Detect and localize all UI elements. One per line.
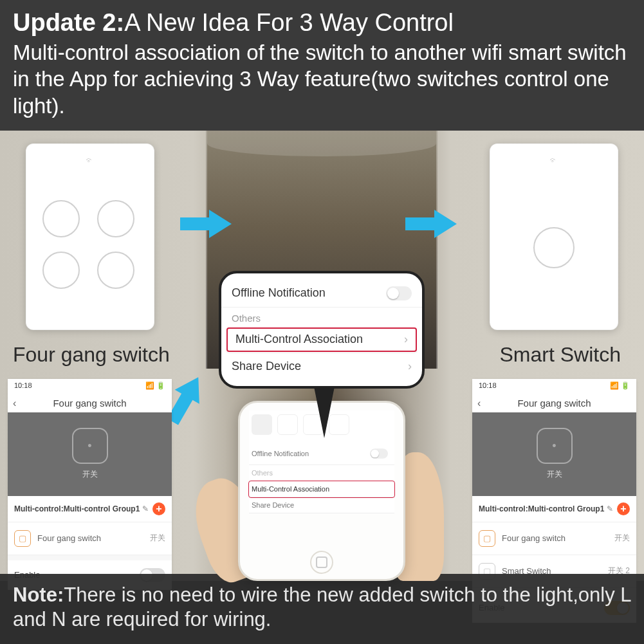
smart-switch-panel: ᯤ (490, 143, 618, 330)
mc-title: Multi-control:Multi-control Group1 (479, 504, 604, 513)
popup-share-row[interactable]: Share Device › (221, 353, 422, 380)
note-prefix: Note: (13, 584, 64, 606)
add-button[interactable]: + (152, 502, 165, 515)
pencil-icon[interactable]: ✎ (142, 504, 149, 513)
switch-icon[interactable] (537, 428, 573, 464)
wifi-icon: ᯤ (549, 155, 558, 165)
gang-button[interactable] (533, 227, 575, 268)
device-icon: ▢ (479, 530, 495, 547)
status-time: 10:18 (14, 382, 32, 390)
app-title: Four gang switch (53, 398, 126, 409)
switch-icon[interactable] (72, 428, 108, 464)
chevron-right-icon: › (408, 360, 412, 373)
gang-button[interactable] (97, 200, 134, 237)
device-name: Four gang switch (502, 533, 608, 543)
app-header: ‹ Four gang switch (8, 392, 172, 412)
google-assistant-icon[interactable] (277, 414, 298, 435)
phone-others-label: Others (249, 465, 394, 481)
smart-switch-label: Smart Switch (500, 343, 621, 367)
device-name: Four gang switch (37, 533, 143, 543)
popup-others-section: Others (221, 308, 422, 326)
alexa-icon[interactable] (252, 414, 272, 435)
mc-title: Multi-control:Multi-control Group1 (14, 504, 140, 513)
multi-control-header: Multi-control:Multi-control Group1✎ + (8, 496, 172, 522)
app-device-preview: 开关 (472, 412, 636, 496)
pencil-icon[interactable]: ✎ (607, 504, 613, 513)
gang-button[interactable] (42, 200, 80, 237)
toggle-icon[interactable] (386, 286, 412, 300)
four-gang-switch-panel: ᯤ (26, 143, 154, 330)
app-header: ‹ Four gang switch (472, 392, 636, 412)
title-prefix: Update 2: (13, 9, 124, 36)
app-device-preview: 开关 (8, 412, 172, 496)
gang-button[interactable] (42, 252, 80, 289)
phone-mca-row[interactable]: Multi-Control Association (249, 481, 394, 497)
phone-share-row[interactable]: Share Device (249, 497, 394, 513)
chevron-right-icon: › (404, 333, 408, 346)
status-bar: 10:18 📶 🔋 (8, 379, 172, 392)
single-gang (533, 165, 575, 330)
phone-settings-list: Offline Notification Others Multi-Contro… (249, 443, 394, 513)
popup-offline-label: Offline Notification (232, 286, 326, 300)
gang-buttons (26, 165, 154, 330)
device-sub: 开关 (150, 533, 165, 544)
header: Update 2:A New Idea For 3 Way Control Mu… (0, 0, 644, 131)
status-time: 10:18 (479, 382, 497, 390)
svg-marker-0 (180, 210, 232, 238)
app-title: Four gang switch (517, 398, 591, 409)
settings-popup: Offline Notification Others Multi-Contro… (219, 271, 425, 389)
signal-icon: 📶 🔋 (610, 382, 630, 390)
popup-offline-row[interactable]: Offline Notification (221, 280, 422, 308)
footer-note: Note:There is no need to wire the new ad… (0, 574, 644, 645)
wifi-icon: ᯤ (86, 155, 95, 165)
phone-offline-label: Offline Notification (252, 450, 309, 457)
phone-offline-row[interactable]: Offline Notification (249, 443, 394, 465)
back-icon[interactable]: ‹ (13, 398, 16, 409)
arrow-right-icon (405, 208, 457, 243)
device-row[interactable]: ▢ Four gang switch 开关 (472, 522, 636, 555)
signal-icon: 📶 🔋 (145, 382, 165, 390)
multi-control-header: Multi-control:Multi-control Group1✎ + (472, 496, 636, 522)
popup-mca-label: Multi-Control Association (235, 333, 363, 346)
device-sub: 开关 (614, 533, 630, 544)
switch-preview-label: 开关 (82, 469, 98, 480)
app-screenshot-left: 10:18 📶 🔋 ‹ Four gang switch 开关 Multi-co… (8, 379, 172, 590)
page-title: Update 2:A New Idea For 3 Way Control (13, 9, 631, 37)
status-bar: 10:18 📶 🔋 (472, 379, 636, 392)
device-icon: ▢ (14, 530, 31, 547)
four-gang-label: Four gang switch (13, 343, 170, 367)
device-row[interactable]: ▢ Four gang switch 开关 (8, 522, 172, 555)
popup-mca-row[interactable]: Multi-Control Association › (225, 326, 418, 353)
add-button[interactable]: + (617, 502, 630, 515)
popup-pointer-icon (314, 387, 335, 438)
page-description: Multi-control association of the switch … (13, 39, 631, 119)
toggle-icon[interactable] (370, 448, 388, 458)
popup-share-label: Share Device (232, 360, 301, 373)
back-icon[interactable]: ‹ (477, 398, 481, 409)
arrow-right-icon (180, 208, 232, 243)
title-rest: A New Idea For 3 Way Control (124, 9, 454, 36)
switch-preview-label: 开关 (547, 469, 562, 480)
note-text: There is no need to wire the new added s… (13, 584, 630, 631)
main-area: ᯤ Four gang switch ᯤ Smart Switch Offlin… (0, 131, 644, 581)
svg-marker-1 (405, 210, 457, 238)
home-button-icon[interactable] (310, 551, 333, 574)
gang-button[interactable] (97, 252, 134, 289)
